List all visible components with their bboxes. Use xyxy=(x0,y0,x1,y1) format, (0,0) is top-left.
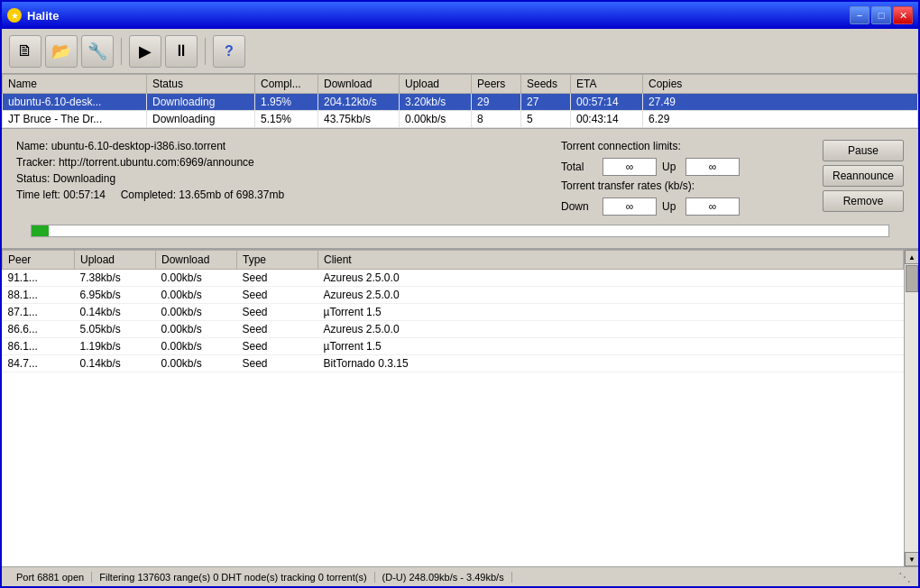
action-buttons: Pause Reannounce Remove xyxy=(823,140,904,219)
peer-col-header-peer: Peer xyxy=(3,251,75,270)
peer-col-header-type: Type xyxy=(237,251,318,270)
torrent-limits: Torrent connection limits: Total Up Torr… xyxy=(561,140,815,219)
open-file-button[interactable]: 🗎 xyxy=(9,35,41,68)
torrent-cell-peers: 8 xyxy=(472,111,521,128)
limits-up-input[interactable] xyxy=(685,158,740,176)
title-bar: ★ Halite − □ ✕ xyxy=(2,2,918,29)
peer-cell-upload: 5.05kb/s xyxy=(75,321,156,338)
play-icon: ▶ xyxy=(139,41,152,61)
torrent-cell-download: 43.75kb/s xyxy=(318,111,400,128)
peer-cell-upload: 0.14kb/s xyxy=(75,304,156,321)
peer-cell-client: µTorrent 1.5 xyxy=(318,338,904,355)
peer-list-container: Peer Upload Download Type Client 91.1...… xyxy=(2,249,918,566)
peer-row[interactable]: 84.7...0.14kb/s0.00kb/sSeedBitTornado 0.… xyxy=(3,355,904,372)
maximize-button[interactable]: □ xyxy=(871,6,891,24)
open-folder-icon: 📂 xyxy=(51,41,71,61)
peer-cell-type: Seed xyxy=(237,304,318,321)
peer-cell-peer: 87.1... xyxy=(3,304,75,321)
peer-cell-upload: 6.95kb/s xyxy=(75,287,156,304)
peer-cell-peer: 86.1... xyxy=(3,338,75,355)
detail-name-value: ubuntu-6.10-desktop-i386.iso.torrent xyxy=(51,140,225,152)
open-file-icon: 🗎 xyxy=(17,41,33,60)
limits-up2-input[interactable] xyxy=(685,198,740,216)
peer-cell-upload: 0.14kb/s xyxy=(75,355,156,372)
peer-cell-peer: 91.1... xyxy=(3,270,75,287)
progress-bar-fill xyxy=(32,225,49,236)
torrent-row[interactable]: ubuntu-6.10-desk...Downloading1.95%204.1… xyxy=(3,94,918,111)
col-header-upload: Upload xyxy=(400,75,472,94)
limits-down-label: Down xyxy=(561,200,597,213)
open-folder-button[interactable]: 📂 xyxy=(45,35,78,68)
col-header-status: Status xyxy=(147,75,255,94)
detail-panel: Name: ubuntu-6.10-desktop-i386.iso.torre… xyxy=(2,129,918,249)
torrent-cell-seeds: 27 xyxy=(521,94,571,111)
settings-icon: 🔧 xyxy=(87,41,107,61)
peer-scroll-area[interactable]: Peer Upload Download Type Client 91.1...… xyxy=(2,250,904,566)
peer-cell-peer: 88.1... xyxy=(3,287,75,304)
detail-info: Name: ubuntu-6.10-desktop-i386.iso.torre… xyxy=(16,140,547,219)
peer-cell-client: µTorrent 1.5 xyxy=(318,304,904,321)
help-button[interactable]: ? xyxy=(213,35,245,68)
pause-toolbar-button[interactable]: ⏸ xyxy=(165,35,198,68)
col-header-download: Download xyxy=(318,75,400,94)
toolbar-separator-1 xyxy=(121,38,122,65)
peer-row[interactable]: 88.1...6.95kb/s0.00kb/sSeedAzureus 2.5.0… xyxy=(3,287,904,304)
peer-cell-download: 0.00kb/s xyxy=(156,355,237,372)
limits-down-input[interactable] xyxy=(603,198,657,216)
limits-up2-label: Up xyxy=(662,200,680,213)
torrent-cell-name: ubuntu-6.10-desk... xyxy=(3,94,147,111)
reannounce-button[interactable]: Reannounce xyxy=(823,165,904,187)
settings-button[interactable]: 🔧 xyxy=(81,35,114,68)
torrent-cell-peers: 29 xyxy=(472,94,521,111)
torrent-cell-copies: 27.49 xyxy=(643,94,918,111)
progress-bar-container xyxy=(31,225,889,237)
detail-tracker-label: Tracker: xyxy=(16,156,56,169)
limits-conn-title: Torrent connection limits: xyxy=(561,140,815,152)
torrent-row[interactable]: JT Bruce - The Dr...Downloading5.15%43.7… xyxy=(3,111,918,128)
scroll-thumb[interactable] xyxy=(906,265,918,292)
peer-cell-upload: 1.19kb/s xyxy=(75,338,156,355)
app-icon: ★ xyxy=(7,8,22,23)
toolbar-separator-2 xyxy=(205,38,206,65)
play-button[interactable]: ▶ xyxy=(129,35,161,68)
limits-up-label: Up xyxy=(662,161,680,173)
detail-name-line: Name: ubuntu-6.10-desktop-i386.iso.torre… xyxy=(16,140,547,152)
torrent-cell-status: Downloading xyxy=(147,111,255,128)
peer-row[interactable]: 86.6...5.05kb/s0.00kb/sSeedAzureus 2.5.0… xyxy=(3,321,904,338)
torrent-table-header: Name Status Compl... Download Upload Pee… xyxy=(3,75,918,94)
scroll-up-arrow[interactable]: ▲ xyxy=(905,250,918,264)
peer-table-header: Peer Upload Download Type Client xyxy=(3,251,904,270)
minimize-button[interactable]: − xyxy=(850,6,869,24)
torrent-cell-compl: 5.15% xyxy=(255,111,318,128)
peer-cell-download: 0.00kb/s xyxy=(156,321,237,338)
peer-cell-type: Seed xyxy=(237,355,318,372)
scroll-down-arrow[interactable]: ▼ xyxy=(905,552,918,566)
peer-row[interactable]: 86.1...1.19kb/s0.00kb/sSeedµTorrent 1.5 xyxy=(3,338,904,355)
status-speed: (D-U) 248.09kb/s - 3.49kb/s xyxy=(375,572,512,583)
peer-col-header-download: Download xyxy=(156,251,237,270)
peer-row[interactable]: 87.1...0.14kb/s0.00kb/sSeedµTorrent 1.5 xyxy=(3,304,904,321)
scroll-track[interactable] xyxy=(905,264,918,552)
limits-rates-row: Down Up xyxy=(561,198,815,216)
detail-timeleft-label: Time left: xyxy=(16,188,60,201)
peer-row[interactable]: 91.1...7.38kb/s0.00kb/sSeedAzureus 2.5.0… xyxy=(3,270,904,287)
window-controls: − □ ✕ xyxy=(850,6,913,24)
close-button[interactable]: ✕ xyxy=(893,6,913,24)
status-port: Port 6881 open xyxy=(9,572,92,583)
torrent-cell-copies: 6.29 xyxy=(643,111,918,128)
detail-name-label: Name: xyxy=(16,140,48,152)
scrollbar[interactable]: ▲ ▼ xyxy=(904,250,918,566)
detail-status-label: Status: xyxy=(16,172,50,185)
peer-cell-client: Azureus 2.5.0.0 xyxy=(318,270,904,287)
limits-total-input[interactable] xyxy=(603,158,657,176)
detail-tracker-line: Tracker: http://torrent.ubuntu.com:6969/… xyxy=(16,156,547,169)
peer-table: Peer Upload Download Type Client 91.1...… xyxy=(2,250,904,372)
limits-total-label: Total xyxy=(561,161,597,173)
peer-cell-type: Seed xyxy=(237,338,318,355)
window-title: Halite xyxy=(27,9,59,23)
remove-button[interactable]: Remove xyxy=(823,190,904,212)
peer-cell-type: Seed xyxy=(237,321,318,338)
col-header-name: Name xyxy=(3,75,147,94)
peer-cell-type: Seed xyxy=(237,287,318,304)
pause-button[interactable]: Pause xyxy=(823,140,904,161)
